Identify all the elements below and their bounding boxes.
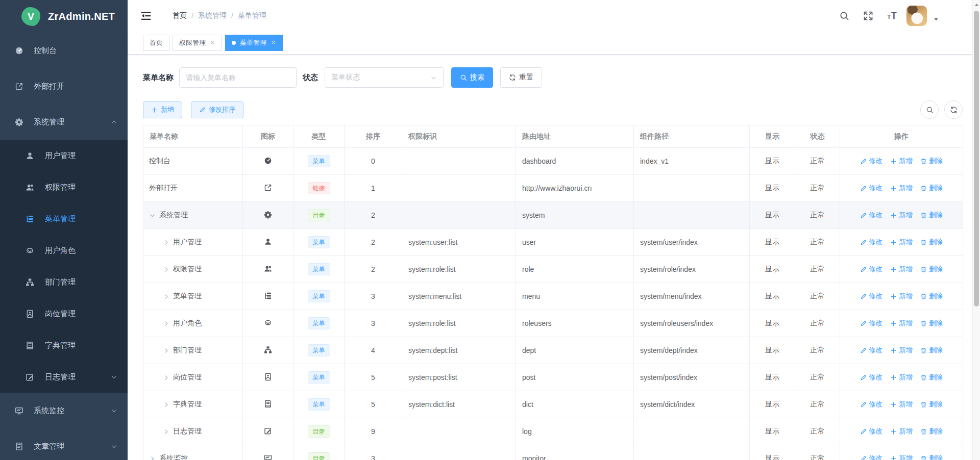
- sidebar-subitem[interactable]: 用户角色: [0, 235, 128, 266]
- fullscreen-icon[interactable]: [863, 11, 873, 21]
- cell-route: system: [516, 202, 634, 229]
- chevron-right-icon[interactable]: [149, 455, 156, 460]
- tab-item[interactable]: 权限管理: [173, 35, 222, 51]
- status-select[interactable]: 菜单状态: [325, 67, 444, 88]
- row-delete-link[interactable]: 删除: [920, 238, 943, 247]
- sidebar-item[interactable]: 外部打开: [0, 68, 128, 104]
- chevron-right-icon[interactable]: [163, 320, 169, 327]
- row-delete-link[interactable]: 删除: [920, 292, 943, 301]
- row-delete-link[interactable]: 删除: [920, 157, 943, 166]
- edit-icon: [860, 347, 867, 354]
- chevron-right-icon[interactable]: [163, 293, 169, 300]
- sidebar-item[interactable]: 文章管理: [0, 428, 128, 460]
- row-add-link[interactable]: 新增: [890, 400, 913, 409]
- row-delete-link[interactable]: 删除: [920, 211, 943, 220]
- sidebar-subitem[interactable]: 字典管理: [0, 329, 128, 361]
- sidebar-item[interactable]: 系统管理: [0, 104, 128, 140]
- row-delete-link-label: 删除: [929, 292, 943, 301]
- sidebar-submenu: 用户管理权限管理菜单管理用户角色部门管理岗位管理字典管理日志管理: [0, 140, 128, 393]
- menu-name-text: 系统管理: [159, 211, 188, 220]
- menu-name-input[interactable]: [179, 67, 297, 88]
- reset-button[interactable]: 重置: [500, 67, 542, 88]
- row-edit-link[interactable]: 修改: [860, 292, 883, 301]
- chevron-right-icon[interactable]: [163, 401, 169, 408]
- row-add-link[interactable]: 新增: [890, 319, 913, 328]
- chevron-right-icon[interactable]: [163, 347, 169, 354]
- sidebar-collapse-icon[interactable]: [140, 10, 152, 21]
- row-edit-link[interactable]: 修改: [860, 454, 883, 460]
- row-add-link[interactable]: 新增: [890, 184, 913, 193]
- caret-down-icon[interactable]: [933, 16, 939, 22]
- row-edit-link[interactable]: 修改: [860, 184, 883, 193]
- user-avatar[interactable]: [906, 6, 927, 26]
- close-icon[interactable]: [210, 40, 215, 45]
- row-delete-link[interactable]: 删除: [920, 400, 943, 409]
- row-add-link[interactable]: 新增: [890, 427, 913, 436]
- row-edit-link[interactable]: 修改: [860, 238, 883, 247]
- sidebar-subitem-active[interactable]: 菜单管理: [0, 203, 128, 235]
- row-add-link[interactable]: 新增: [890, 373, 913, 382]
- row-add-link[interactable]: 新增: [890, 346, 913, 355]
- table-row: 系统监控目录3monitor显示正常修改新增删除: [143, 445, 963, 460]
- row-delete-link[interactable]: 删除: [920, 319, 943, 328]
- row-add-link[interactable]: 新增: [890, 238, 913, 247]
- search-button[interactable]: 搜索: [451, 67, 493, 88]
- chevron-right-icon[interactable]: [163, 239, 169, 246]
- edit-sort-button-label: 修改排序: [209, 105, 235, 114]
- row-edit-link[interactable]: 修改: [860, 265, 883, 274]
- row-delete-link[interactable]: 删除: [920, 454, 943, 460]
- chevron-right-icon[interactable]: [163, 428, 169, 435]
- scrollbar-thumb[interactable]: [974, 11, 979, 306]
- table-row: 部门管理菜单4system:dept:listdeptsystem/dept/i…: [143, 337, 963, 364]
- cell-status: 正常: [795, 148, 840, 175]
- row-edit-link[interactable]: 修改: [860, 157, 883, 166]
- sidebar-subitem[interactable]: 部门管理: [0, 266, 128, 298]
- sidebar-subitem[interactable]: 岗位管理: [0, 298, 128, 329]
- type-tag: 目录: [308, 425, 330, 438]
- add-button[interactable]: 新增: [143, 101, 182, 118]
- cell-type: 菜单: [293, 148, 345, 175]
- row-edit-link[interactable]: 修改: [860, 319, 883, 328]
- row-add-link[interactable]: 新增: [890, 292, 913, 301]
- row-edit-link[interactable]: 修改: [860, 346, 883, 355]
- scroll-up-icon[interactable]: [973, 2, 980, 8]
- row-add-link[interactable]: 新增: [890, 211, 913, 220]
- edit-sort-button[interactable]: 修改排序: [191, 101, 243, 118]
- row-edit-link[interactable]: 修改: [860, 373, 883, 382]
- row-delete-link[interactable]: 删除: [920, 184, 943, 193]
- plus-icon: [890, 293, 897, 300]
- sidebar-item[interactable]: 系统监控: [0, 393, 128, 428]
- row-add-link[interactable]: 新增: [890, 157, 913, 166]
- row-edit-link[interactable]: 修改: [860, 427, 883, 436]
- sidebar-subitem[interactable]: 用户管理: [0, 140, 128, 171]
- tab-item[interactable]: 首页: [143, 35, 169, 51]
- page-scrollbar: [972, 0, 980, 460]
- sidebar-subitem[interactable]: 日志管理: [0, 361, 128, 393]
- chevron-right-icon[interactable]: [163, 266, 169, 273]
- sidebar-item[interactable]: 控制台: [0, 33, 128, 68]
- cell-sort: 0: [345, 148, 402, 175]
- app-logo[interactable]: V ZrAdmin.NET: [0, 0, 128, 33]
- cell-permission: system:role:list: [402, 310, 516, 337]
- font-size-icon[interactable]: TT: [887, 11, 897, 21]
- show-search-button[interactable]: [920, 100, 939, 119]
- sidebar-subitem[interactable]: 权限管理: [0, 171, 128, 203]
- row-edit-link[interactable]: 修改: [860, 400, 883, 409]
- row-delete-link[interactable]: 删除: [920, 427, 943, 436]
- breadcrumb-item[interactable]: 首页: [173, 11, 187, 20]
- tab-active[interactable]: 菜单管理: [225, 35, 283, 51]
- chevron-down-icon[interactable]: [149, 212, 156, 219]
- search-icon[interactable]: [839, 11, 849, 21]
- row-add-link[interactable]: 新增: [890, 454, 913, 460]
- row-delete-link[interactable]: 删除: [920, 346, 943, 355]
- chevron-right-icon[interactable]: [163, 374, 169, 381]
- row-add-link[interactable]: 新增: [890, 265, 913, 274]
- row-delete-link[interactable]: 删除: [920, 265, 943, 274]
- refresh-table-button[interactable]: [944, 100, 963, 119]
- column-header-ops: 操作: [840, 125, 963, 148]
- row-edit-link-label: 修改: [869, 211, 883, 220]
- close-icon[interactable]: [271, 40, 276, 45]
- cell-menu-name: 岗位管理: [143, 364, 243, 391]
- row-delete-link[interactable]: 删除: [920, 373, 943, 382]
- row-edit-link[interactable]: 修改: [860, 211, 883, 220]
